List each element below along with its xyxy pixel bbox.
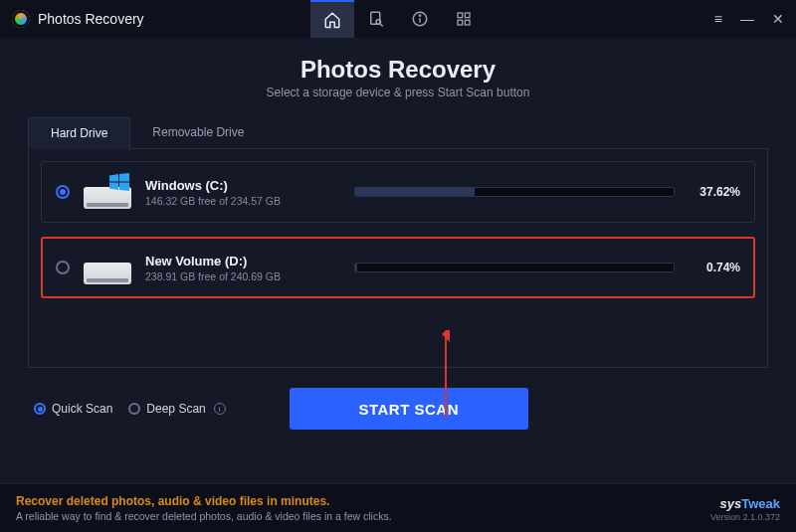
drive-meta-c: Windows (C:) 146.32 GB free of 234.57 GB (145, 178, 354, 207)
scan-mode-options: Quick Scan Deep Scan i (34, 402, 226, 416)
brand-logo: sysTweak (710, 496, 780, 511)
svg-rect-6 (465, 13, 470, 18)
usage-pct-d: 0.74% (687, 261, 740, 274)
svg-rect-8 (465, 20, 470, 25)
tab-hard-drive[interactable]: Hard Drive (28, 117, 130, 149)
search-doc-icon (367, 10, 385, 28)
scan-controls: Quick Scan Deep Scan i START SCAN (28, 388, 768, 430)
main-content: Photos Recovery Select a storage device … (0, 38, 796, 430)
drive-free-d: 238.91 GB free of 240.69 GB (145, 270, 354, 282)
quick-scan-label: Quick Scan (52, 402, 112, 416)
svg-point-1 (376, 20, 381, 25)
drive-icon-d (84, 251, 131, 284)
minimize-button[interactable]: — (740, 11, 754, 27)
footer-subline: A reliable way to find & recover deleted… (16, 510, 392, 522)
app-title: Photos Recovery (38, 11, 144, 27)
drive-usage-d: 0.74% (354, 261, 740, 274)
footer-text: Recover deleted photos, audio & video fi… (16, 494, 392, 522)
usage-pct-c: 37.62% (687, 185, 740, 199)
usage-bar-c (354, 187, 675, 197)
drive-radio-c[interactable] (56, 185, 70, 199)
page-title: Photos Recovery (28, 56, 768, 84)
close-button[interactable]: ✕ (772, 11, 784, 27)
drive-name-d: New Volume (D:) (145, 254, 354, 268)
page-subtitle: Select a storage device & press Start Sc… (28, 86, 768, 99)
scan-mode-quick[interactable]: Quick Scan (34, 402, 112, 416)
drive-free-c: 146.32 GB free of 234.57 GB (145, 195, 354, 207)
grid-icon (456, 11, 472, 27)
drive-icon-c (84, 175, 131, 209)
windows-icon (109, 173, 129, 191)
brand-text-a: sys (720, 496, 742, 511)
svg-point-4 (419, 15, 420, 16)
drive-row-d[interactable]: New Volume (D:) 238.91 GB free of 240.69… (41, 237, 755, 298)
version-label: Version 2.1.0.372 (710, 512, 780, 522)
window-controls: ≡ — ✕ (714, 11, 784, 27)
usage-bar-d (354, 263, 675, 272)
deep-scan-label: Deep Scan (146, 402, 205, 416)
svg-rect-7 (458, 20, 463, 25)
footer-right: sysTweak Version 2.1.0.372 (710, 496, 780, 522)
svg-rect-0 (371, 12, 380, 24)
scan-mode-deep[interactable]: Deep Scan i (128, 402, 225, 416)
usage-fill-d (355, 264, 357, 271)
titlebar-tabs (310, 0, 486, 38)
drive-radio-d[interactable] (56, 261, 70, 274)
home-icon (323, 11, 341, 29)
app-logo-icon (12, 10, 30, 28)
footer: Recover deleted photos, audio & video fi… (0, 483, 796, 532)
page-heading: Photos Recovery Select a storage device … (28, 56, 768, 99)
info-button[interactable] (398, 0, 442, 38)
footer-headline: Recover deleted photos, audio & video fi… (16, 494, 392, 508)
svg-rect-5 (458, 13, 463, 18)
start-scan-button[interactable]: START SCAN (290, 388, 528, 430)
info-icon (411, 10, 429, 28)
drive-usage-c: 37.62% (354, 185, 740, 199)
brand-text-b: Tweak (741, 496, 780, 511)
home-button[interactable] (310, 0, 354, 38)
drive-row-c[interactable]: Windows (C:) 146.32 GB free of 234.57 GB… (41, 161, 755, 223)
drive-tabs: Hard Drive Removable Drive (28, 117, 768, 149)
usage-fill-c (355, 188, 475, 196)
menu-button[interactable]: ≡ (714, 11, 722, 27)
drive-name-c: Windows (C:) (145, 178, 354, 193)
titlebar: Photos Recovery ≡ — ✕ (0, 0, 796, 38)
deep-scan-radio[interactable] (128, 403, 140, 415)
deep-scan-info-icon[interactable]: i (214, 403, 226, 415)
tab-removable-drive[interactable]: Removable Drive (130, 117, 266, 148)
drive-meta-d: New Volume (D:) 238.91 GB free of 240.69… (145, 254, 354, 282)
grid-button[interactable] (442, 0, 486, 38)
drives-panel: Windows (C:) 146.32 GB free of 234.57 GB… (28, 149, 768, 368)
register-button[interactable] (354, 0, 398, 38)
quick-scan-radio[interactable] (34, 403, 46, 415)
